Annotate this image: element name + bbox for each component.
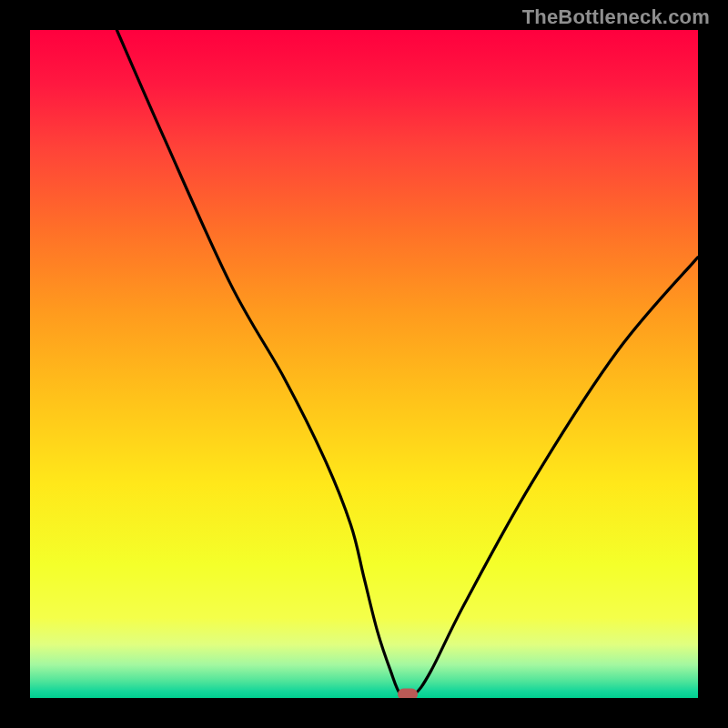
plot-area [30,30,698,698]
optimum-marker [398,689,418,698]
bottleneck-curve [30,30,698,698]
chart-frame: TheBottleneck.com [0,0,728,728]
watermark-text: TheBottleneck.com [522,5,710,29]
